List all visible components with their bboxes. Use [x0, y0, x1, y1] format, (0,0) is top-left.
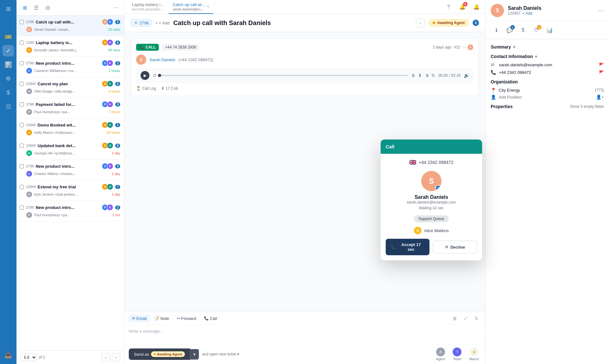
expand-compose-icon[interactable]: ⤢	[461, 314, 470, 323]
conversation-panel-icon[interactable]: 💬 1	[504, 24, 515, 36]
prev-page-button[interactable]: ‹	[102, 353, 110, 361]
send-dropdown-button[interactable]: ▾	[190, 349, 199, 360]
call-log-button[interactable]: ⏳ Call Log	[136, 86, 156, 91]
ticket-item[interactable]: 12849 Updated bank det... G O 9 G Georgi…	[16, 139, 124, 160]
expand-button[interactable]: ›	[416, 18, 425, 27]
decline-call-button[interactable]: ✕ Decline	[433, 241, 477, 253]
rewind-icon[interactable]: ↺	[153, 73, 156, 78]
page-select[interactable]: 1-2	[20, 354, 37, 361]
summary-add-icon[interactable]: +	[513, 44, 515, 49]
bell-icon[interactable]: 🔔	[471, 2, 481, 12]
add-to-ticket-button[interactable]: + + Add	[155, 21, 169, 25]
ticket-avatars: C K	[103, 163, 113, 169]
ticket-item[interactable]: 2798 Catch up call with... S K 5 S Sarah…	[16, 16, 124, 36]
checkmark-nav-icon[interactable]: ✓	[3, 45, 14, 56]
email-flag-icon[interactable]: 🚩	[599, 62, 604, 67]
agent-button[interactable]: A Agent	[434, 347, 447, 361]
grid-view-icon[interactable]: ⊞	[20, 3, 29, 12]
ticket-item[interactable]: 1284 Laptop battery is... K O 6 K Kennet…	[16, 36, 124, 57]
volume-icon[interactable]: 🔊	[464, 73, 469, 78]
compose-tab-forward[interactable]: ↪ Forward	[174, 315, 200, 322]
forward-icon[interactable]: ↻	[431, 73, 435, 78]
ticket-requester: Charles Wilkins <charles...	[34, 172, 110, 176]
panel-more-icon[interactable]: ⋯	[598, 7, 604, 14]
compose-tab-note[interactable]: 📝 Note	[151, 315, 172, 322]
ticket-item[interactable]: 2798 Payment failed for... P K 9 P Paul …	[16, 98, 124, 119]
contact-add-button[interactable]: + Add	[522, 11, 532, 16]
file-download-button[interactable]: ⬇ 17.2 kb	[161, 86, 178, 91]
list-view-icon[interactable]: ☰	[32, 3, 41, 12]
speed-icon[interactable]: ⬆	[418, 73, 422, 78]
ticket-avatars: G O	[103, 142, 113, 149]
dollar-panel-icon[interactable]: $	[517, 24, 529, 36]
billing-nav-icon[interactable]: $	[3, 87, 14, 98]
grid2-nav-icon[interactable]: ⊡	[3, 101, 14, 112]
phone-flag-icon[interactable]: 🚩	[599, 70, 604, 75]
audio-time: 00:00 / 02:18	[438, 73, 461, 78]
ticket-item[interactable]: 12849 Demo Booked wit... H G 1 H Holly M…	[16, 119, 124, 139]
user-nav-icon[interactable]: 👤	[3, 17, 14, 29]
progress-dot	[158, 74, 161, 77]
call-more-icon[interactable]: ···	[463, 45, 466, 49]
kanban-view-icon[interactable]: ⊟	[43, 3, 52, 12]
ticket-checkbox[interactable]	[20, 41, 24, 45]
call-popup-body: 🇬🇧 +44 2342 098472 S ✦ Sarah Daniels sar…	[381, 154, 482, 260]
panel-body: Summary + Contact Information + ✉ sarah.…	[486, 39, 609, 364]
grid-nav-icon[interactable]: ⊞	[3, 3, 14, 15]
ticket-item[interactable]: 2798 New product intro... P K 2 P Paul H…	[16, 201, 124, 222]
next-page-button[interactable]: ›	[112, 353, 120, 361]
ticket-checkbox[interactable]	[20, 82, 24, 86]
compose-body[interactable]: Write a message...	[124, 325, 485, 344]
ticket-checkbox[interactable]	[20, 123, 24, 127]
macro-button[interactable]: ⚡ Macro	[467, 347, 481, 361]
archive-nav-icon[interactable]: 📥	[3, 349, 14, 361]
position-add-icon[interactable]: 👤+	[596, 94, 604, 100]
ticket-checkbox[interactable]	[20, 205, 24, 210]
dropdown-arrow-icon[interactable]: ▾	[237, 352, 239, 356]
trash-icon[interactable]: 🗑	[450, 314, 459, 323]
ticket-item[interactable]: 2798 New product intro... C K 3 C Charle…	[16, 160, 124, 180]
more-compose-icon[interactable]: ⇅	[472, 314, 481, 323]
ticket-checkbox[interactable]	[20, 102, 24, 107]
tickets-nav-icon[interactable]: 🎫	[3, 31, 14, 42]
play-button[interactable]: ▶	[141, 71, 149, 80]
ticket-checkbox[interactable]	[20, 144, 24, 148]
show-empty-fields-button[interactable]: Show 5 empty fields	[570, 104, 604, 109]
compose-tab-email[interactable]: ✉ Email	[129, 315, 150, 322]
ticket-checkbox[interactable]	[20, 164, 24, 168]
settings-nav-icon[interactable]: ⚙	[3, 73, 14, 84]
ticket-item[interactable]: 2798 New product intro... C K 2 C Camero…	[16, 57, 124, 77]
notification-icon[interactable]: 🔔 8	[457, 2, 468, 12]
info-panel-icon[interactable]: ℹ	[491, 24, 502, 36]
tab-laptop-battery[interactable]: Laptop battery i... kenneth.james@e...	[128, 0, 167, 14]
pause-icon[interactable]: ⏸	[411, 73, 416, 78]
ticket-checkbox[interactable]	[20, 185, 24, 189]
ticket-title: Laptop battery is...	[36, 40, 101, 45]
chart-nav-icon[interactable]: 📊	[3, 59, 14, 70]
contact-info-add-icon[interactable]: +	[535, 54, 537, 59]
ticket-requester: Kyle Jenkins <kyle.jenkins...	[34, 192, 110, 196]
position-add-label[interactable]: Add Position	[499, 95, 593, 100]
clock-panel-icon[interactable]: ⏱ 11	[531, 24, 542, 36]
help-icon[interactable]: ?	[443, 2, 454, 12]
ticket-item[interactable]: 12849 Extend my free trial K O 7 K Kyle …	[16, 180, 124, 201]
close-tab-icon[interactable]: ✕	[207, 5, 209, 8]
accept-call-button[interactable]: 📞 Accept 17 sec	[386, 239, 429, 255]
status-label: Awaiting Agent	[437, 21, 465, 25]
compose-tab-call[interactable]: 📞 Call	[201, 315, 220, 322]
ticket-checkbox[interactable]	[20, 20, 24, 24]
ticket-requester: Georgia Hill <g.hill@exa...	[34, 151, 110, 155]
chart-panel-icon[interactable]: 📊	[544, 24, 555, 36]
call-block: 📞 CALL +44 74 2838 2938 2 days ago #12 ·…	[131, 38, 479, 96]
pause2-icon[interactable]: ⏸	[425, 73, 429, 78]
ticket-checkbox[interactable]	[20, 61, 24, 65]
send-as-button[interactable]: Send as Awaiting Agent	[129, 348, 190, 360]
ticket-item[interactable]: 12849 Cancel my plan O G 5 O Ollie Dodge…	[16, 77, 124, 98]
audio-progress-bar[interactable]	[160, 75, 408, 76]
contact-id: 123457 + Add	[508, 11, 541, 16]
tab-catch-up-call[interactable]: Catch up call wi... sarah.daniels@ex... …	[169, 0, 213, 14]
more-icon[interactable]: ···	[111, 3, 120, 12]
status-dot	[433, 22, 435, 24]
team-button[interactable]: T Team	[451, 347, 463, 361]
ticket-requester: Holly Mason <hollymaso...	[34, 131, 105, 134]
